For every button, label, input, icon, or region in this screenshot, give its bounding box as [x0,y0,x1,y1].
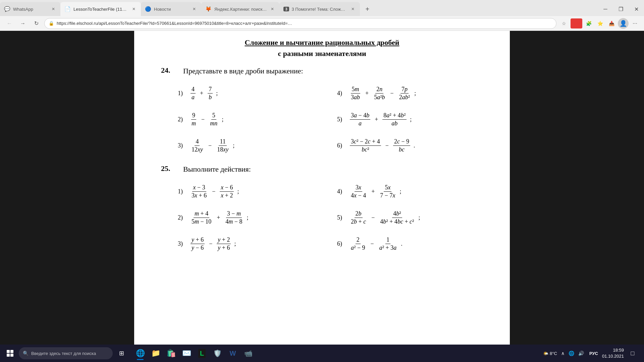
problem-25-grid: 1) x − 3 3x + 6 − x − 6 x + 2 ; [178,180,483,255]
tab-help[interactable]: 3 3 Помогите! Тема: Сложен… ✕ [279,2,360,16]
taskbar-apps: 🌐 📁 🛍️ ✉️ L 🛡️ W 📹 [133,346,256,361]
frac-4b2-4b24bc: 4b² 4b² + 4bc + c² [379,210,415,225]
time-text: 18:59 [602,347,624,353]
page-title-line2: с разными знаменателями [161,49,483,58]
weather-widget[interactable]: 🌤️ 8°C [543,351,557,356]
start-button[interactable] [3,346,17,361]
minimize-button[interactable]: ─ [598,1,613,17]
url-bar[interactable]: 🔒 https://file.elschool.ru/api/LessonToT… [44,18,556,29]
item-24-5-expr: 3a − 4b a + 8a² + 4b² ab ; [349,112,412,127]
item-25-6-expr: 2 a² − 9 − 1 a² + 3a . [349,236,402,251]
item-25-2-expr: m + 4 5m − 10 + 3 − m 4m − 8 ; [190,210,248,225]
item-25-3-expr: y + 6 y − 6 − y + 2 y + 6 ; [190,236,236,251]
word-icon: W [230,350,236,357]
network-icon[interactable]: 🌐 [567,349,576,357]
taskbar-app-zoom[interactable]: 📹 [241,346,256,361]
problem-24-3: 3) 4 12xy − 11 18xy ; [178,134,324,158]
extensions-icon[interactable]: 🧩 [584,18,594,28]
tab-badge-help: 3 [283,7,289,11]
frac-9-m: 9 m [191,112,197,127]
explorer-icon: 📁 [151,349,160,358]
problem-25-1: 1) x − 3 3x + 6 − x − 6 x + 2 ; [178,180,324,203]
item-25-6-num: 6) [337,240,346,247]
new-tab-button[interactable]: + [361,3,373,15]
tab-close-news[interactable]: ✕ [191,6,197,12]
more-options-button[interactable]: ⋯ [630,18,640,28]
language-badge[interactable]: РУС [588,350,599,357]
restore-button[interactable]: ❐ [613,1,629,17]
item-25-2-num: 2) [178,214,187,221]
frac-m4-5m10: m + 4 5m − 10 [191,210,212,225]
item-24-3-expr: 4 12xy − 11 18xy ; [190,138,234,153]
favorites-icon[interactable]: ⭐ [595,18,605,28]
frac-8a2-4b2-ab: 8a² + 4b² ab [382,112,407,127]
problem-25-number: 25. [161,164,178,173]
tab-close-whatsapp[interactable]: ✕ [50,6,56,12]
antivirus-icon: 🛡️ [213,349,222,357]
problem-25-6: 6) 2 a² − 9 − 1 a² + 3a . [337,232,483,255]
adblock-button[interactable]: ABP [571,18,582,28]
bookmark-star-icon[interactable]: ☆ [559,18,569,28]
item-24-1-num: 1) [178,90,187,97]
problem-25-3: 3) y + 6 y − 6 − y + 2 y + 6 ; [178,232,324,255]
tab-favicon-yandex: 🦊 [205,6,212,12]
clock-widget[interactable]: 18:59 01.10.2021 [602,347,624,359]
task-view-button[interactable]: ⊞ [114,346,129,361]
back-button[interactable]: ← [4,18,15,29]
taskbar: 🔍 Введите здесь текст для поиска ⊞ 🌐 📁 🛍… [0,345,644,362]
item-25-1-expr: x − 3 3x + 6 − x − 6 x + 2 ; [190,184,239,199]
frac-7p-2ab2: 7p 2ab² [398,86,411,101]
expand-tray-icon[interactable]: ∧ [560,349,566,357]
taskbar-app-antivirus[interactable]: 🛡️ [210,346,225,361]
tab-lesson[interactable]: 📄 LessonToTeacherFile (115… ✕ [60,2,141,16]
problem-24-2: 2) 9 m − 5 mn ; [178,108,324,131]
taskbar-app-explorer[interactable]: 📁 [148,346,163,361]
tab-favicon-news: 🔵 [145,6,151,12]
tab-news[interactable]: 🔵 Новости ✕ [141,2,201,16]
frac-y6-y6: y + 6 y − 6 [191,236,205,251]
refresh-button[interactable]: ↻ [31,18,42,29]
tab-whatsapp[interactable]: 💬 WhatsApp ✕ [0,2,60,16]
tab-close-lesson[interactable]: ✕ [131,6,137,12]
tab-yandex[interactable]: 🦊 Яндекс.Картинки: поиск… ✕ [201,2,279,16]
problem-24-1: 1) 4 a + 7 b ; [178,82,324,105]
item-24-3-num: 3) [178,142,187,149]
tab-title-yandex: Яндекс.Картинки: поиск… [214,7,267,12]
taskbar-search[interactable]: 🔍 Введите здесь текст для поиска [19,347,113,359]
forward-button[interactable]: → [17,18,28,29]
mail-icon: ✉️ [182,349,191,358]
item-24-5-num: 5) [337,116,346,123]
tab-close-yandex[interactable]: ✕ [269,6,275,12]
problem-24-section: 24. Представьте в виде дроби выражение: … [161,66,483,158]
task-view-icon: ⊞ [119,350,124,357]
item-25-4-num: 4) [337,188,346,195]
taskbar-app-word[interactable]: W [225,346,240,361]
taskbar-app-store[interactable]: 🛍️ [164,346,178,361]
problem-24-4: 4) 5m 3ab + 2n 5a²b − 7p [337,82,483,105]
frac-3a-4b-a: 3a − 4b a [350,112,370,127]
lock-icon: 🔒 [49,21,54,26]
tab-close-help[interactable]: ✕ [350,6,356,12]
problem-25-2: 2) m + 4 5m − 10 + 3 − m 4m − 8 ; [178,206,324,229]
frac-y2-y6: y + 2 y + 6 [217,236,231,251]
cloud-icon: 🌤️ [543,351,548,356]
frac-x3-3x6: x − 3 3x + 6 [191,184,208,199]
notification-button[interactable]: □ [627,347,639,359]
frac-2b-2bc: 2b 2b + c [350,210,367,225]
frac-2c-9-bc: 2c − 9 bc [393,138,410,153]
address-actions: ☆ ABP 🧩 ⭐ 📥 👤 ⋯ [559,18,640,29]
taskbar-app-edge[interactable]: 🌐 [133,346,148,361]
problem-24-description: Представьте в виде дроби выражение: [183,66,303,76]
collections-icon[interactable]: 📥 [606,18,616,28]
volume-icon[interactable]: 🔊 [577,349,585,357]
problem-24-number: 24. [161,66,178,75]
taskbar-app-l[interactable]: L [195,346,209,361]
item-24-6-expr: 3c² − 2c + 4 bc² − 2c − 9 bc . [349,138,415,153]
taskbar-right: 🌤️ 8°C ∧ 🌐 🔊 РУС 18:59 01.10.2021 □ [543,347,641,359]
tab-favicon-lesson: 📄 [64,6,71,12]
taskbar-app-mail[interactable]: ✉️ [179,346,194,361]
profile-button[interactable]: 👤 [618,18,629,29]
close-button[interactable]: ✕ [629,1,644,17]
tab-title-whatsapp: WhatsApp [13,7,48,12]
frac-x6-x2: x − 6 x + 2 [220,184,234,199]
